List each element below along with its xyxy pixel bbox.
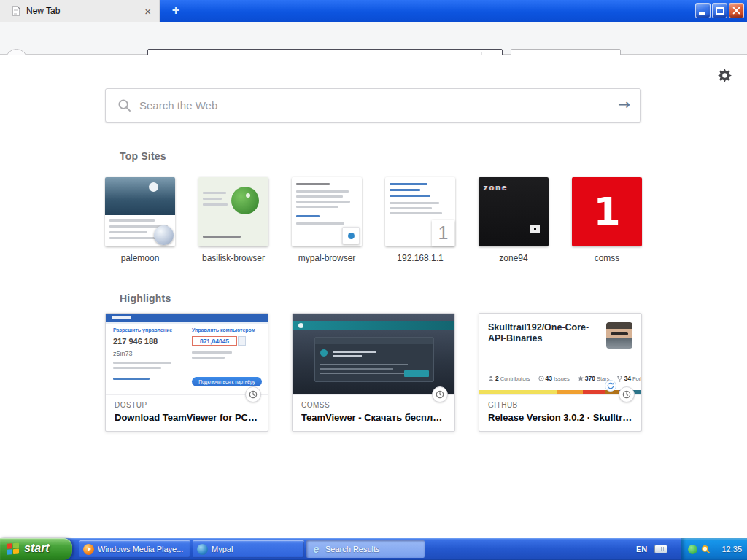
topsite-label: mypal-browser bbox=[277, 253, 376, 263]
deco bbox=[13, 542, 19, 548]
tray-search-icon[interactable] bbox=[701, 545, 711, 554]
deco-line bbox=[203, 236, 241, 238]
deco-line bbox=[113, 362, 171, 364]
maximize-button[interactable] bbox=[712, 3, 727, 18]
tab-close-icon[interactable]: × bbox=[142, 6, 153, 17]
deco-line bbox=[296, 195, 343, 198]
deco-line bbox=[333, 355, 362, 357]
clock-icon bbox=[622, 390, 631, 399]
deco-line bbox=[203, 203, 228, 206]
topsite-router[interactable]: 1 192.168.1.1 bbox=[385, 177, 455, 246]
maximize-icon bbox=[716, 7, 724, 15]
topsite-thumbnail: 1 bbox=[385, 177, 455, 246]
deco-line bbox=[390, 183, 427, 185]
highlight-card-dostup[interactable]: Разрешить управление Управлять компьютер… bbox=[105, 313, 268, 432]
navigation-toolbar bbox=[0, 22, 747, 55]
comss-logo-text: 1 bbox=[593, 192, 621, 232]
topsite-thumbnail bbox=[198, 177, 268, 246]
deco-line bbox=[296, 206, 338, 208]
deco bbox=[404, 370, 429, 377]
card-source: COMSS bbox=[301, 401, 446, 409]
deco-line bbox=[333, 351, 376, 353]
language-bar bbox=[479, 390, 641, 394]
stat-issues: 43Issues bbox=[538, 375, 570, 382]
deco bbox=[557, 390, 584, 394]
stat-stars: 370Stars bbox=[578, 375, 610, 382]
stat-contributors: 2Contributors bbox=[488, 375, 530, 382]
newtab-page: → Top Sites palemoon bbox=[0, 55, 747, 538]
card-title: Download TeamViewer for PC: ... bbox=[115, 412, 259, 423]
taskbar-button-wmp[interactable]: Windows Media Playe... bbox=[79, 540, 190, 558]
shot-id-number: 217 946 188 bbox=[113, 337, 158, 346]
taskbar-button-mypal[interactable]: Mypal bbox=[193, 540, 304, 558]
palemoon-favicon-badge bbox=[154, 225, 174, 245]
highlight-card-github[interactable]: Skulltrail192/One-Core- API-Binaries 2Co… bbox=[479, 313, 642, 432]
thumbnail-image: zone bbox=[479, 177, 549, 246]
tray-status-icon[interactable] bbox=[688, 545, 697, 554]
deco bbox=[246, 193, 250, 198]
web-search-box[interactable]: → bbox=[105, 88, 641, 122]
topsite-thumbnail: zone bbox=[479, 177, 549, 246]
deco bbox=[293, 321, 454, 330]
shot-left-header: Разрешить управление bbox=[113, 327, 172, 332]
deco bbox=[530, 225, 540, 233]
taskbar-button-label: Windows Media Playe... bbox=[98, 545, 183, 553]
topsite-zone94[interactable]: zone zone94 bbox=[479, 177, 549, 246]
card-info: GITHUB Release Version 3.0.2 · Skulltrai… bbox=[479, 395, 641, 423]
repo-name-line1: Skulltrail192/One-Core- bbox=[488, 322, 589, 333]
topsite-comss[interactable]: 1 comss bbox=[572, 177, 642, 246]
deco bbox=[13, 548, 19, 554]
deco-line bbox=[296, 215, 320, 217]
person-icon bbox=[488, 376, 494, 381]
taskbar-button-search-results[interactable]: e Search Results bbox=[306, 540, 425, 558]
clock-icon bbox=[249, 390, 258, 399]
topsite-palemoon[interactable]: palemoon bbox=[105, 177, 175, 246]
card-info: DOSTUP Download TeamViewer for PC: ... bbox=[106, 395, 268, 423]
deco bbox=[657, 547, 665, 551]
page-settings-button[interactable] bbox=[718, 69, 732, 85]
card-title: TeamViewer - Скачать бесплат... bbox=[301, 412, 446, 423]
web-search-input[interactable] bbox=[139, 90, 592, 120]
clock[interactable]: 12:35 bbox=[721, 545, 742, 553]
search-submit-arrow[interactable]: → bbox=[618, 96, 630, 113]
close-button[interactable] bbox=[729, 3, 744, 18]
windows-logo-icon bbox=[7, 542, 20, 556]
deco-line bbox=[109, 219, 155, 222]
avatar bbox=[606, 322, 632, 349]
stat-forks: 34Forks bbox=[617, 375, 641, 382]
sync-badge bbox=[605, 380, 616, 392]
mypal-favicon-badge bbox=[342, 227, 360, 244]
topsite-label: comss bbox=[557, 253, 657, 263]
deco-line bbox=[320, 373, 415, 374]
thumbnail-image: 1 bbox=[572, 177, 642, 246]
deco-line bbox=[320, 368, 393, 370]
start-button[interactable]: start bbox=[0, 538, 72, 560]
thumbnail-image bbox=[198, 177, 268, 246]
deco bbox=[479, 390, 557, 394]
tab-favicon bbox=[12, 6, 20, 16]
deco bbox=[320, 349, 328, 357]
keyboard-icon[interactable] bbox=[654, 545, 667, 553]
fork-icon bbox=[617, 376, 622, 382]
deco-line bbox=[390, 195, 430, 197]
taskbar: start Windows Media Playe... Mypal e Sea… bbox=[0, 538, 747, 560]
card-thumbnail bbox=[293, 314, 454, 395]
fallback-letter-badge: 1 bbox=[432, 220, 454, 246]
highlight-card-comss[interactable]: COMSS TeamViewer - Скачать бесплат... bbox=[292, 313, 455, 432]
basilisk-logo bbox=[231, 187, 259, 214]
browser-tab[interactable]: New Tab × bbox=[0, 0, 160, 22]
sync-icon bbox=[607, 382, 614, 389]
deco bbox=[298, 323, 303, 328]
deco-line bbox=[192, 357, 225, 359]
deco bbox=[348, 233, 355, 239]
language-indicator[interactable]: EN bbox=[636, 538, 647, 560]
topsite-mypal[interactable]: mypal-browser bbox=[292, 177, 362, 246]
topsite-basilisk[interactable]: basilisk-browser bbox=[198, 177, 268, 246]
new-tab-button[interactable]: + bbox=[167, 2, 185, 20]
topsite-label: basilisk-browser bbox=[184, 253, 283, 263]
history-badge bbox=[619, 386, 635, 402]
titlebar: New Tab × + bbox=[0, 0, 747, 22]
minimize-button[interactable] bbox=[695, 3, 711, 18]
deco bbox=[106, 322, 268, 324]
history-badge bbox=[432, 386, 448, 402]
